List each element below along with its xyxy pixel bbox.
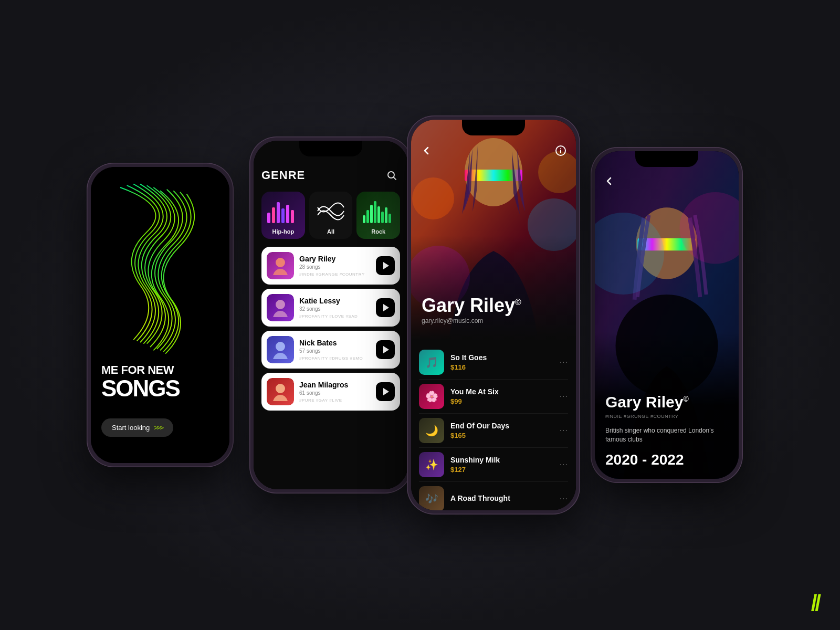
play-button-katie[interactable] bbox=[376, 298, 395, 317]
artist-name-jean: Jean Milagros bbox=[299, 381, 371, 389]
detail-screen: Gary Riley© #INDIE #GRUNGE #COUNTRY Brit… bbox=[595, 151, 739, 479]
song-more-4[interactable]: ··· bbox=[560, 494, 568, 503]
artist-card-jean[interactable]: Jean Milagros 61 songs #PURE #GAY #LIVE bbox=[261, 373, 400, 411]
phone-profile: Gary Riley© gary.riley@music.com 🎵 So It… bbox=[407, 116, 580, 514]
tab-hiphop-label: Hip-hop bbox=[272, 228, 295, 235]
tab-all[interactable]: All bbox=[309, 192, 353, 239]
phone-genre: GENRE bbox=[249, 136, 412, 494]
song-thumb-4: 🎶 bbox=[419, 486, 444, 510]
song-item-1[interactable]: 🌸 You Me At Six $99 ··· bbox=[419, 380, 568, 414]
song-icon-1: 🌸 bbox=[419, 384, 444, 409]
play-icon-jean bbox=[383, 388, 389, 395]
search-icon bbox=[386, 170, 397, 181]
artist-card-nick[interactable]: Nick Bates 57 songs #PROFANITY #DRUGS #E… bbox=[261, 331, 400, 369]
song-title-1: You Me At Six bbox=[450, 387, 553, 396]
artist-thumb-nick bbox=[267, 336, 294, 363]
welcome-screen: ME FOR NEW SONGS Start looking >>> bbox=[91, 167, 229, 463]
welcome-text: ME FOR NEW SONGS bbox=[101, 363, 180, 400]
tagline-line2: SONGS bbox=[101, 377, 180, 400]
artist-info-katie: Katie Lessy 32 songs #PROFANITY #LOVE #S… bbox=[299, 297, 371, 319]
artist-name-nick: Nick Bates bbox=[299, 339, 371, 347]
profile-email: gary.riley@music.com bbox=[422, 317, 521, 324]
svg-point-24 bbox=[412, 177, 454, 219]
song-thumb-3: ✨ bbox=[419, 452, 444, 477]
song-icon-0: 🎵 bbox=[419, 350, 444, 375]
detail-artist-name: Gary Riley© bbox=[605, 393, 728, 411]
back-icon bbox=[420, 144, 433, 157]
artist-thumb-gary bbox=[267, 252, 294, 279]
artist-card-gary[interactable]: Gary Riley 28 songs #INDIE #GRANGE #COUN… bbox=[261, 247, 400, 285]
notch-3 bbox=[462, 120, 525, 135]
song-info-0: So It Goes $116 bbox=[450, 353, 553, 371]
song-item-3[interactable]: ✨ Sunshiny Milk $127 ··· bbox=[419, 448, 568, 482]
song-more-2[interactable]: ··· bbox=[560, 426, 568, 435]
notch-2 bbox=[299, 141, 362, 156]
svg-rect-4 bbox=[277, 202, 280, 223]
song-title-2: End Of Our Days bbox=[450, 422, 553, 430]
svg-rect-14 bbox=[385, 207, 387, 223]
genre-tabs: Hip-hop All bbox=[261, 192, 400, 239]
svg-rect-8 bbox=[363, 215, 365, 223]
play-button-jean[interactable] bbox=[376, 382, 395, 401]
phone-detail-inner: Gary Riley© #INDIE #GRUNGE #COUNTRY Brit… bbox=[595, 151, 739, 479]
copyright-symbol: © bbox=[515, 298, 521, 307]
artist-tags-gary: #INDIE #GRANGE #COUNTRY bbox=[299, 272, 371, 277]
song-icon-2: 🌙 bbox=[419, 418, 444, 443]
song-thumb-2: 🌙 bbox=[419, 418, 444, 443]
tab-hiphop[interactable]: Hip-hop bbox=[261, 192, 305, 239]
chevrons-icon: >>> bbox=[154, 424, 163, 432]
tab-all-label: All bbox=[327, 228, 334, 235]
profile-overlay bbox=[411, 235, 576, 340]
song-more-1[interactable]: ··· bbox=[560, 392, 568, 401]
detail-back-button[interactable] bbox=[603, 175, 615, 190]
svg-point-30 bbox=[560, 148, 561, 149]
all-visual bbox=[315, 200, 346, 223]
song-more-3[interactable]: ··· bbox=[560, 460, 568, 469]
artist-songs-katie: 32 songs bbox=[299, 306, 371, 312]
svg-rect-10 bbox=[370, 205, 373, 223]
hiphop-visual bbox=[267, 197, 299, 223]
artist-thumb-jean bbox=[267, 378, 294, 405]
tab-rock[interactable]: Rock bbox=[356, 192, 400, 239]
svg-rect-15 bbox=[388, 214, 391, 223]
info-icon bbox=[554, 144, 567, 157]
play-button-gary[interactable] bbox=[376, 256, 395, 275]
song-info-4: A Road Throught bbox=[450, 494, 553, 504]
song-title-4: A Road Throught bbox=[450, 494, 553, 502]
profile-screen: Gary Riley© gary.riley@music.com 🎵 So It… bbox=[411, 120, 576, 510]
song-item-2[interactable]: 🌙 End Of Our Days $165 ··· bbox=[419, 414, 568, 448]
profile-artist-name: Gary Riley© bbox=[422, 296, 521, 315]
song-item-4[interactable]: 🎶 A Road Throught ··· bbox=[419, 482, 568, 510]
svg-rect-13 bbox=[381, 212, 384, 223]
gary-face-icon bbox=[270, 255, 291, 276]
genre-title: GENRE bbox=[261, 169, 305, 182]
start-button[interactable]: Start looking >>> bbox=[101, 418, 173, 437]
nick-face-icon bbox=[270, 339, 291, 360]
svg-point-18 bbox=[276, 342, 285, 351]
svg-rect-2 bbox=[267, 213, 270, 223]
song-price-3: $127 bbox=[450, 466, 553, 474]
artist-tags-jean: #PURE #GAY #LIVE bbox=[299, 398, 371, 403]
song-item-0[interactable]: 🎵 So It Goes $116 ··· bbox=[419, 345, 568, 380]
song-price-2: $165 bbox=[450, 432, 553, 439]
artist-card-katie[interactable]: Katie Lessy 32 songs #PROFANITY #LOVE #S… bbox=[261, 289, 400, 327]
song-more-0[interactable]: ··· bbox=[560, 358, 568, 367]
song-price-0: $116 bbox=[450, 363, 553, 371]
profile-name-text: Gary Riley bbox=[422, 295, 515, 316]
svg-rect-7 bbox=[291, 210, 294, 223]
artist-list: Gary Riley 28 songs #INDIE #GRANGE #COUN… bbox=[261, 247, 400, 411]
rock-visual bbox=[363, 197, 394, 223]
rock-svg bbox=[363, 197, 394, 223]
info-button[interactable] bbox=[553, 143, 568, 158]
play-button-nick[interactable] bbox=[376, 340, 395, 359]
jean-face-icon bbox=[270, 381, 291, 402]
phone-genre-inner: GENRE bbox=[254, 141, 408, 489]
search-button[interactable] bbox=[383, 167, 400, 184]
back-button[interactable] bbox=[419, 143, 434, 158]
detail-years: 2020 - 2022 bbox=[605, 452, 728, 468]
detail-back-icon bbox=[603, 175, 615, 187]
svg-rect-11 bbox=[374, 201, 376, 223]
detail-bio: British singer who conquered London's fa… bbox=[605, 426, 728, 444]
neon-lines-svg bbox=[91, 177, 229, 377]
play-icon-gary bbox=[383, 262, 389, 269]
